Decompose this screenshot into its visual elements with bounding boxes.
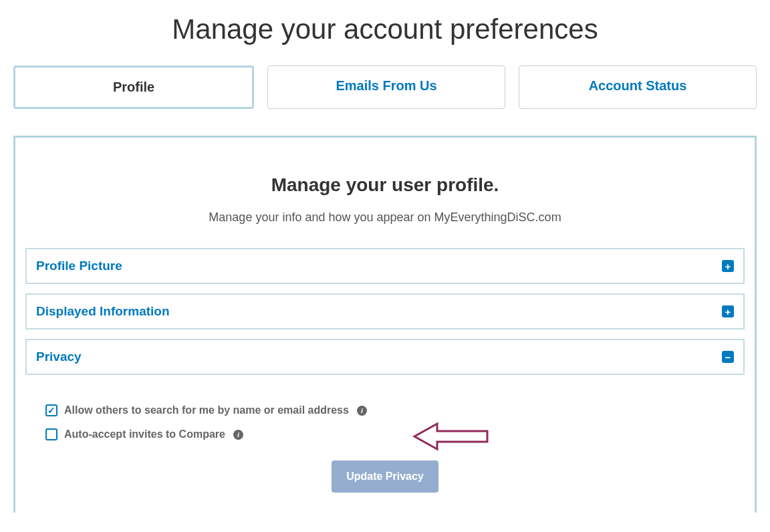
- button-row: Update Privacy: [45, 460, 725, 493]
- checkbox-label: Allow others to search for me by name or…: [64, 404, 349, 416]
- accordion-title: Profile Picture: [36, 259, 122, 273]
- page-title: Manage your account preferences: [13, 13, 757, 45]
- section-title: Manage your user profile.: [25, 174, 745, 196]
- accordion-header-profile-picture[interactable]: Profile Picture +: [27, 249, 743, 283]
- profile-panel: Manage your user profile. Manage your in…: [13, 136, 757, 513]
- plus-icon: +: [722, 260, 734, 272]
- accordion-profile-picture: Profile Picture +: [25, 248, 745, 284]
- accordion-title: Privacy: [36, 350, 82, 364]
- tab-account-status[interactable]: Account Status: [519, 65, 757, 109]
- checkbox-label: Auto-accept invites to Compare: [64, 428, 225, 440]
- tab-bar: Profile Emails From Us Account Status: [13, 65, 757, 109]
- accordion-header-privacy[interactable]: Privacy −: [27, 340, 743, 374]
- privacy-content: Allow others to search for me by name or…: [25, 384, 745, 499]
- checkbox-allow-search[interactable]: [45, 404, 57, 416]
- accordion-title: Displayed Information: [36, 304, 170, 319]
- plus-icon: +: [722, 305, 734, 317]
- checkbox-auto-accept[interactable]: [45, 428, 57, 440]
- tab-emails-from-us[interactable]: Emails From Us: [267, 65, 505, 109]
- info-icon[interactable]: i: [357, 406, 367, 416]
- checkbox-row-allow-search: Allow others to search for me by name or…: [45, 404, 725, 416]
- checkbox-row-auto-accept: Auto-accept invites to Compare i: [45, 428, 725, 440]
- accordion-privacy: Privacy −: [25, 339, 745, 375]
- update-privacy-button[interactable]: Update Privacy: [332, 460, 438, 493]
- annotation-arrow-icon: [410, 420, 491, 453]
- accordion-displayed-information: Displayed Information +: [25, 293, 745, 329]
- accordion-header-displayed-information[interactable]: Displayed Information +: [27, 295, 743, 328]
- section-subtitle: Manage your info and how you appear on M…: [25, 211, 745, 225]
- minus-icon: −: [722, 351, 734, 363]
- info-icon[interactable]: i: [233, 430, 243, 440]
- tab-profile[interactable]: Profile: [13, 65, 254, 109]
